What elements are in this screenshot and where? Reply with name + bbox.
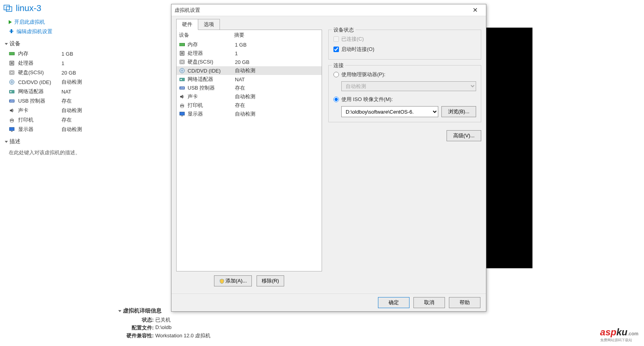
connect-on-poweron-row[interactable]: 启动时连接(O) — [333, 44, 476, 54]
dialog-device-row[interactable]: 内存1 GB — [177, 40, 322, 49]
device-summary: 自动检测 — [235, 67, 255, 74]
tab-strip: 硬件 选项 — [171, 16, 486, 30]
device-status-group: 设备状态 已连接(C) 启动时连接(O) — [328, 30, 481, 60]
memory-icon — [9, 50, 15, 57]
left-device-row[interactable]: 内存1 GB — [3, 49, 118, 58]
device-summary: 自动检测 — [235, 110, 255, 118]
device-name: 显示器 — [188, 110, 235, 118]
watermark-suffix: .com — [627, 331, 638, 337]
vm-detail-row: 硬件兼容性:Workstation 12.0 虚拟机 — [118, 332, 315, 340]
device-name: 打印机 — [18, 116, 61, 123]
svg-text:USB: USB — [180, 87, 184, 89]
remove-device-button[interactable]: 移除(R) — [257, 275, 284, 286]
svg-point-32 — [182, 70, 183, 71]
device-name: 处理器 — [188, 50, 235, 57]
display-icon — [9, 126, 15, 133]
svg-rect-0 — [4, 5, 9, 10]
device-status-group-title: 设备状态 — [332, 26, 356, 34]
left-device-row[interactable]: 打印机存在 — [3, 115, 118, 125]
description-placeholder[interactable]: 在此处键入对该虚拟机的描述。 — [3, 147, 118, 156]
left-device-row[interactable]: CD/DVD (IDE)自动检测 — [3, 77, 118, 87]
add-button-label: 添加(A)... — [225, 278, 247, 284]
svg-point-10 — [11, 71, 13, 74]
column-device: 设备 — [179, 32, 234, 39]
dialog-device-row[interactable]: 打印机存在 — [177, 101, 322, 110]
vm-settings-dialog: 虚拟机设置 ✕ 硬件 选项 设备 摘要 内存1 GB处理器1硬盘(SCSI)20… — [171, 4, 486, 312]
device-value: NAT — [61, 89, 71, 95]
dialog-device-row[interactable]: USBUSB 控制器存在 — [177, 84, 322, 92]
left-device-row[interactable]: 声卡自动检测 — [3, 106, 118, 115]
browse-button[interactable]: 浏览(B)... — [441, 106, 476, 117]
device-value: 存在 — [61, 97, 72, 105]
dialog-device-row[interactable]: 显示器自动检测 — [177, 110, 322, 118]
tab-hardware[interactable]: 硬件 — [176, 19, 198, 30]
iso-file-select[interactable]: D:\oldboy\software\CentOS-6. — [341, 106, 438, 117]
tab-options[interactable]: 选项 — [198, 19, 220, 30]
cancel-button[interactable]: 取消 — [413, 297, 445, 308]
description-section-header[interactable]: 描述 — [3, 134, 118, 147]
edit-settings-text: 编辑虚拟机设置 — [17, 28, 52, 35]
connect-on-poweron-checkbox[interactable] — [333, 47, 339, 52]
vm-title-row: linux-3 — [3, 3, 118, 13]
device-summary: 1 — [235, 50, 238, 56]
dialog-footer: 确定 取消 帮助 — [171, 294, 486, 311]
physical-drive-select: 自动检测 — [341, 81, 476, 91]
svg-rect-39 — [181, 106, 183, 108]
add-device-button[interactable]: 添加(A)... — [214, 275, 252, 286]
power-on-text: 开启此虚拟机 — [14, 19, 45, 26]
physical-drive-radio-row[interactable]: 使用物理驱动器(P): — [333, 69, 476, 80]
power-on-link[interactable]: 开启此虚拟机 — [3, 17, 118, 27]
advanced-button[interactable]: 高级(V)... — [447, 130, 481, 141]
svg-rect-23 — [180, 43, 181, 46]
wrench-icon — [9, 28, 14, 35]
devices-section-header[interactable]: 设备 — [3, 36, 118, 49]
dialog-device-row[interactable]: 处理器1 — [177, 49, 322, 58]
svg-rect-1 — [6, 7, 12, 11]
left-device-row[interactable]: 硬盘(SCSI)20 GB — [3, 68, 118, 77]
detail-key: 硬件兼容性: — [126, 332, 154, 339]
devices-header-label: 设备 — [9, 40, 20, 47]
vm-name-label: linux-3 — [16, 3, 41, 13]
shield-icon — [219, 279, 225, 284]
dialog-body: 设备 摘要 内存1 GB处理器1硬盘(SCSI)20 GBCD/DVD (IDE… — [171, 30, 486, 294]
chevron-down-icon — [5, 141, 8, 143]
left-device-row[interactable]: 处理器1 — [3, 58, 118, 68]
iso-file-label: 使用 ISO 映像文件(M): — [341, 96, 393, 103]
vm-details-section: 虚拟机详细信息 状态:已关机配置文件:D:\oldb硬件兼容性:Workstat… — [118, 307, 315, 340]
sound-icon — [179, 94, 185, 100]
device-name: USB 控制器 — [18, 97, 61, 105]
left-device-row[interactable]: USBUSB 控制器存在 — [3, 96, 118, 106]
cd-icon — [179, 67, 185, 74]
dialog-title: 虚拟机设置 — [175, 7, 467, 14]
svg-rect-19 — [11, 121, 13, 122]
device-value: 1 — [61, 60, 64, 66]
connect-on-poweron-label: 启动时连接(O) — [341, 46, 374, 53]
ok-button[interactable]: 确定 — [378, 297, 409, 308]
device-name: 硬盘(SCSI) — [18, 69, 61, 76]
dialog-device-row[interactable]: CD/DVD (IDE)自动检测 — [177, 66, 322, 75]
sound-icon — [9, 107, 15, 114]
usb-icon: USB — [179, 85, 185, 91]
physical-drive-radio[interactable] — [333, 72, 339, 77]
left-device-list: 内存1 GB处理器1硬盘(SCSI)20 GBCD/DVD (IDE)自动检测网… — [3, 49, 118, 134]
device-list-header: 设备 摘要 — [177, 30, 322, 40]
left-device-row[interactable]: 网络适配器NAT — [3, 87, 118, 96]
device-summary: 存在 — [235, 102, 245, 109]
nic-icon — [9, 88, 15, 95]
dialog-device-row[interactable]: 声卡自动检测 — [177, 92, 322, 101]
help-button[interactable]: 帮助 — [449, 297, 480, 308]
iso-file-radio[interactable] — [333, 97, 339, 102]
device-summary: 1 GB — [235, 42, 247, 48]
edit-settings-link[interactable]: 编辑虚拟机设置 — [3, 27, 118, 36]
svg-rect-18 — [11, 118, 13, 120]
svg-rect-5 — [12, 52, 13, 55]
close-button[interactable]: ✕ — [467, 5, 483, 16]
dialog-device-row[interactable]: 硬盘(SCSI)20 GB — [177, 58, 322, 66]
device-name: 声卡 — [188, 93, 235, 100]
left-device-row[interactable]: 显示器自动检测 — [3, 125, 118, 134]
iso-file-radio-row[interactable]: 使用 ISO 映像文件(M): — [333, 94, 476, 105]
device-value: 20 GB — [61, 70, 76, 76]
dialog-device-row[interactable]: 网络适配器NAT — [177, 75, 322, 84]
connected-checkbox — [333, 36, 339, 42]
svg-rect-28 — [181, 52, 183, 54]
